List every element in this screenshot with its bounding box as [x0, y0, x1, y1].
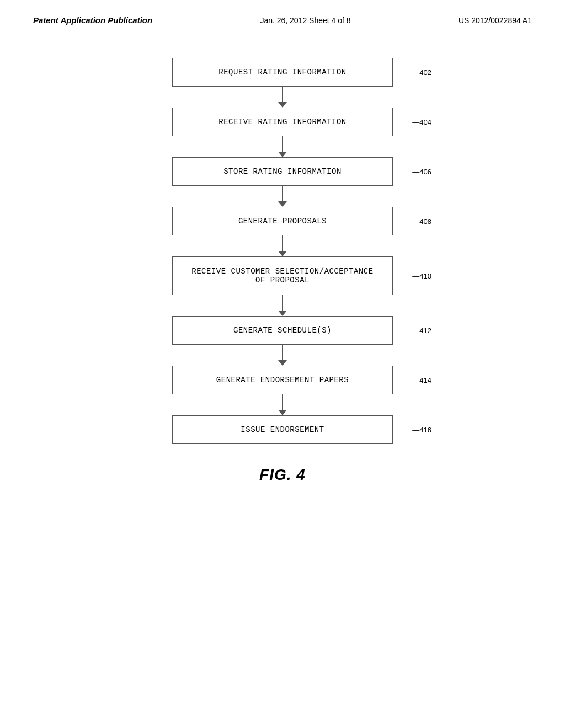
arrow-head: [278, 251, 287, 256]
arrow-head: [278, 311, 287, 316]
flow-box-402: REQUEST RATING INFORMATION: [172, 58, 393, 87]
header-date-sheet: Jan. 26, 2012 Sheet 4 of 8: [260, 16, 350, 25]
flow-step-414: GENERATE ENDORSEMENT PAPERS—414: [172, 366, 393, 394]
arrow-line: [282, 136, 283, 152]
arrow-404: [172, 136, 393, 157]
figure-caption: FIG. 4: [0, 466, 565, 484]
step-label-408: —408: [412, 217, 431, 226]
arrow-402: [172, 87, 393, 108]
step-label-416: —416: [412, 426, 431, 434]
arrow-406: [172, 186, 393, 207]
arrow-head: [278, 360, 287, 366]
step-label-404: —404: [412, 118, 431, 126]
step-label-402: —402: [412, 68, 431, 77]
header-patent-number: US 2012/0022894 A1: [459, 16, 532, 25]
flow-box-408: GENERATE PROPOSALS: [172, 207, 393, 235]
flow-step-402: REQUEST RATING INFORMATION—402: [172, 58, 393, 87]
step-label-412: —412: [412, 326, 431, 335]
arrow-412: [172, 345, 393, 366]
arrow-408: [172, 235, 393, 256]
arrow-line: [282, 295, 283, 311]
flow-box-404: RECEIVE RATING INFORMATION: [172, 108, 393, 136]
flow-box-410: RECEIVE CUSTOMER SELECTION/ACCEPTANCE OF…: [172, 256, 393, 295]
flow-step-410: RECEIVE CUSTOMER SELECTION/ACCEPTANCE OF…: [172, 256, 393, 295]
header-publication: Patent Application Publication: [33, 15, 152, 25]
flow-step-406: STORE RATING INFORMATION—406: [172, 157, 393, 186]
flow-step-408: GENERATE PROPOSALS—408: [172, 207, 393, 235]
arrow-head: [278, 102, 287, 108]
flow-step-404: RECEIVE RATING INFORMATION—404: [172, 108, 393, 136]
arrow-414: [172, 394, 393, 415]
flow-diagram: REQUEST RATING INFORMATION—402RECEIVE RA…: [0, 58, 565, 444]
arrow-410: [172, 295, 393, 316]
arrow-head: [278, 410, 287, 415]
arrow-line: [282, 235, 283, 251]
step-label-410: —410: [412, 272, 431, 280]
step-label-414: —414: [412, 376, 431, 384]
arrow-head: [278, 201, 287, 207]
flow-box-406: STORE RATING INFORMATION: [172, 157, 393, 186]
arrow-line: [282, 345, 283, 360]
flow-step-412: GENERATE SCHEDULE(S)—412: [172, 316, 393, 345]
arrow-head: [278, 152, 287, 157]
arrow-line: [282, 186, 283, 201]
flow-box-416: ISSUE ENDORSEMENT: [172, 415, 393, 444]
step-label-406: —406: [412, 168, 431, 176]
page-header: Patent Application Publication Jan. 26, …: [0, 0, 565, 25]
flow-box-414: GENERATE ENDORSEMENT PAPERS: [172, 366, 393, 394]
flow-step-416: ISSUE ENDORSEMENT—416: [172, 415, 393, 444]
arrow-line: [282, 87, 283, 102]
arrow-line: [282, 394, 283, 410]
flow-box-412: GENERATE SCHEDULE(S): [172, 316, 393, 345]
